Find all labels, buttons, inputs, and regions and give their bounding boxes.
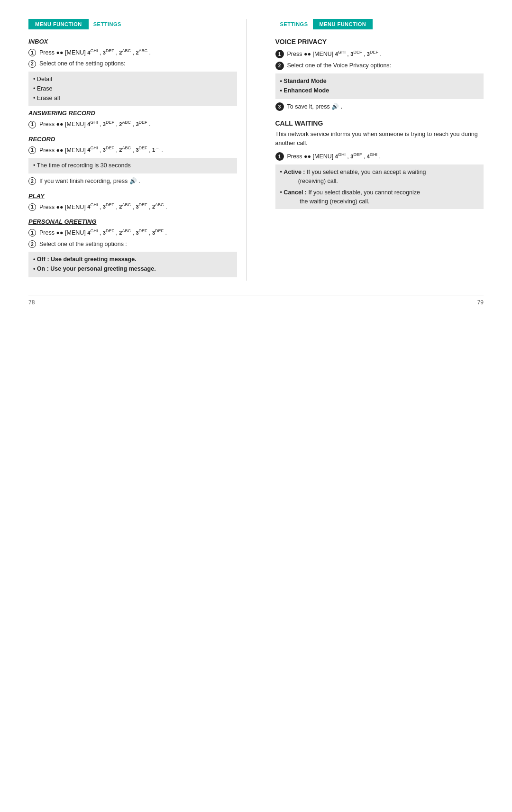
step-num-vp3: 3 [275, 102, 284, 111]
left-header: MENU FUNCTION SETTINGS [28, 19, 237, 29]
vp-step1: 1 Press ●● [MENU] 4GHI , 3DEF , 3DEF . [275, 49, 484, 58]
left-column: MENU FUNCTION SETTINGS INBOX 1 Press ●● … [28, 19, 247, 281]
vp-option-standard: Standard Mode [280, 77, 479, 86]
cw-step1-text: Press ●● [MENU] 4GHI , 3DEF , 4GHI . [287, 152, 381, 161]
vp-step1-text: Press ●● [MENU] 4GHI , 3DEF , 3DEF . [287, 49, 382, 58]
step-num-ar: 1 [28, 121, 36, 128]
personal-greeting-options-box: Off : Use default greeting message. On :… [28, 252, 237, 277]
pg-option-on: On : Use your personal greeting message. [33, 265, 232, 274]
personal-greeting-title: PERSONAL GREETING [28, 218, 237, 225]
inbox-option-detail: Detail [33, 75, 232, 84]
inbox-options-box: Detail Erase Erase all [28, 72, 237, 106]
voice-privacy-section: VOICE PRIVACY 1 Press ●● [MENU] 4GHI , 3… [275, 38, 484, 111]
play-step1: 1 Press ●● [MENU] 4GHI , 3DEF , 2ABC , 3… [28, 202, 237, 211]
step-num-rec1: 1 [28, 146, 36, 154]
step-num-play: 1 [28, 203, 36, 211]
step-num-1: 1 [28, 49, 36, 56]
call-waiting-description: This network service informs you when so… [275, 130, 484, 148]
page-numbers: 78 79 [28, 295, 484, 306]
left-tab-settings: SETTINGS [89, 19, 126, 29]
play-step1-text: Press ●● [MENU] 4GHI , 3DEF , 2ABC , 3DE… [39, 202, 167, 211]
step-num-pg1: 1 [28, 229, 36, 237]
play-title: PLAY [28, 192, 237, 200]
inbox-step1-text: Press ●● [MENU] 4GHI , 3DEF , 2ABC , 2AB… [39, 48, 151, 57]
pg-option-off: Off : Use default greeting message. [33, 255, 232, 264]
right-column: SETTINGS MENU FUNCTION VOICE PRIVACY 1 P… [266, 19, 484, 281]
step-num-2: 2 [28, 60, 36, 68]
vp-step2: 2 Select one of the Voice Privacy option… [275, 61, 484, 70]
record-step2-text: If you want finish recording, press 🔊 . [39, 177, 140, 186]
inbox-step2: 2 Select one of the setting options: [28, 59, 237, 68]
step-num-vp1: 1 [275, 50, 284, 58]
record-step1: 1 Press ●● [MENU] 4GHI , 3DEF , 2ABC , 3… [28, 146, 237, 155]
cw-option-cancel: • Cancel : If you select disable, you ca… [280, 188, 479, 206]
personal-greeting-step2: 2 Select one of the setting options : [28, 240, 237, 249]
left-tab-menu: MENU FUNCTION [28, 19, 89, 29]
inbox-option-erase-all: Erase all [33, 94, 232, 103]
personal-greeting-step1: 1 Press ●● [MENU] 4GHI , 3DEF , 2ABC , 3… [28, 228, 237, 237]
personal-greeting-step1-text: Press ●● [MENU] 4GHI , 3DEF , 2ABC , 3DE… [39, 228, 167, 237]
page-num-right: 79 [477, 299, 484, 306]
call-waiting-title: CALL WAITING [275, 119, 484, 127]
columns: MENU FUNCTION SETTINGS INBOX 1 Press ●● … [28, 19, 484, 281]
page-wrapper: MENU FUNCTION SETTINGS INBOX 1 Press ●● … [0, 0, 512, 812]
personal-greeting-section: PERSONAL GREETING 1 Press ●● [MENU] 4GHI… [28, 218, 237, 277]
vp-step2-text: Select one of the Voice Privacy options: [287, 61, 392, 70]
inbox-step2-text: Select one of the setting options: [39, 59, 125, 68]
vp-options-box: Standard Mode Enhanced Mode [275, 73, 484, 99]
step-num-pg2: 2 [28, 240, 36, 248]
inbox-title: INBOX [28, 38, 237, 45]
personal-greeting-step2-text: Select one of the setting options : [39, 240, 127, 249]
voice-privacy-title: VOICE PRIVACY [275, 38, 484, 46]
step-num-rec2: 2 [28, 177, 36, 185]
record-step2: 2 If you want finish recording, press 🔊 … [28, 177, 237, 186]
record-step1-text: Press ●● [MENU] 4GHI , 3DEF , 2ABC , 3DE… [39, 146, 163, 155]
vp-step3: 3 To save it, press 🔊 . [275, 102, 484, 111]
answering-record-step1-text: Press ●● [MENU] 4GHI , 3DEF , 2ABC , 3DE… [39, 119, 151, 128]
record-info-text: The time of recording is 30 seconds [33, 162, 131, 169]
right-header: SETTINGS MENU FUNCTION [275, 19, 484, 29]
record-title: RECORD [28, 136, 237, 143]
step-num-cw1: 1 [275, 152, 284, 161]
answering-record-step1: 1 Press ●● [MENU] 4GHI , 3DEF , 2ABC , 3… [28, 119, 237, 128]
vp-step3-text: To save it, press 🔊 . [287, 102, 343, 111]
inbox-section: INBOX 1 Press ●● [MENU] 4GHI , 3DEF , 2A… [28, 38, 237, 106]
record-section: RECORD 1 Press ●● [MENU] 4GHI , 3DEF , 2… [28, 136, 237, 186]
step-num-vp2: 2 [275, 62, 284, 70]
inbox-step1: 1 Press ●● [MENU] 4GHI , 3DEF , 2ABC , 2… [28, 48, 237, 57]
right-tab-menu: MENU FUNCTION [313, 19, 373, 29]
cw-step1: 1 Press ●● [MENU] 4GHI , 3DEF , 4GHI . [275, 152, 484, 161]
cw-options-box: • Active : If you select enable, you can… [275, 164, 484, 209]
call-waiting-section: CALL WAITING This network service inform… [275, 119, 484, 209]
answering-record-section: ANSWERING RECORD 1 Press ●● [MENU] 4GHI … [28, 109, 237, 128]
answering-record-title: ANSWERING RECORD [28, 109, 237, 117]
vp-option-enhanced: Enhanced Mode [280, 86, 479, 95]
record-info-box: The time of recording is 30 seconds [28, 158, 237, 173]
page-num-left: 78 [28, 299, 35, 306]
right-tab-settings: SETTINGS [275, 19, 313, 29]
cw-option-active: • Active : If you select enable, you can… [280, 168, 479, 186]
inbox-option-erase: Erase [33, 84, 232, 93]
play-section: PLAY 1 Press ●● [MENU] 4GHI , 3DEF , 2AB… [28, 192, 237, 211]
